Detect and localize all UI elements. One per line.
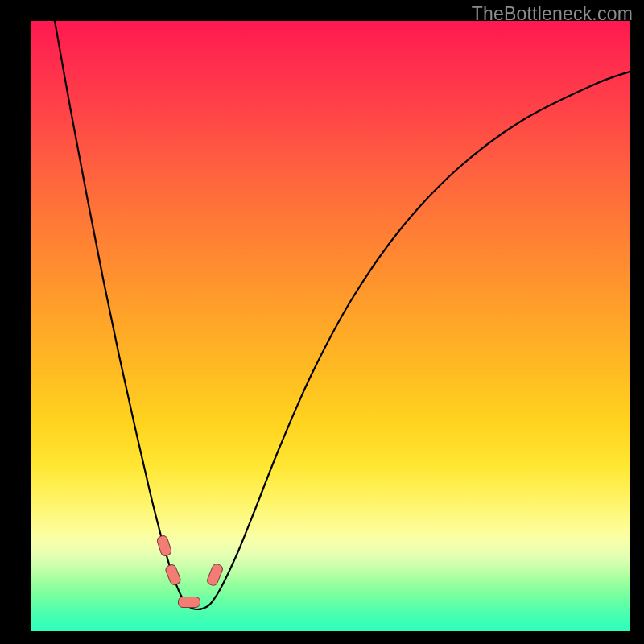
marker-bottom — [178, 597, 200, 608]
chart-plot-area — [31, 21, 630, 631]
watermark-text: TheBottleneck.com — [472, 3, 633, 25]
bottleneck-curve — [31, 21, 630, 631]
curve-path — [55, 21, 630, 609]
